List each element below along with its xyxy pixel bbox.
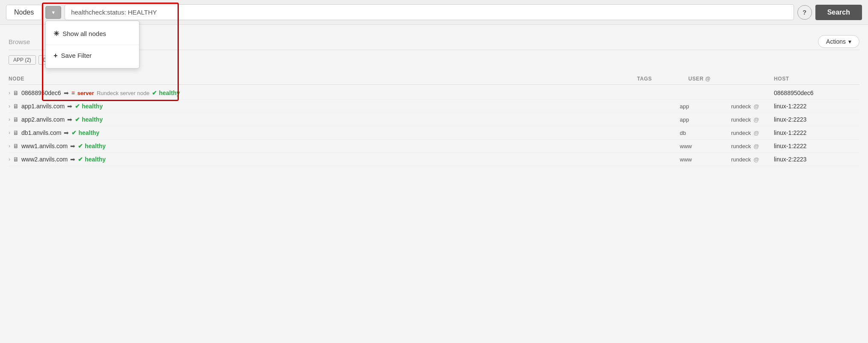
navigate-icon[interactable]: ➡	[64, 129, 69, 136]
navigate-icon[interactable]: ➡	[67, 116, 72, 123]
at-symbol: @	[753, 103, 759, 110]
host-value: linux-2:2223	[774, 156, 859, 163]
at-symbol: @	[753, 130, 759, 136]
node-name[interactable]: app1.anvils.com	[21, 103, 65, 110]
node-name-cell: › 🖥 app1.anvils.com ➡ ✔ healthy	[9, 103, 680, 110]
header-host: HOST	[774, 76, 859, 82]
healthy-status: ✔ healthy	[75, 103, 103, 110]
nodes-label: Nodes	[6, 5, 42, 20]
dropdown-arrow-icon: ▼	[51, 10, 56, 15]
node-server-icon: 🖥	[13, 116, 19, 123]
help-button[interactable]: ?	[797, 5, 812, 20]
healthy-status: ✔ healthy	[78, 143, 106, 149]
host-value: linux-1:2222	[774, 143, 859, 149]
actions-arrow-icon: ▾	[848, 38, 851, 45]
expand-icon[interactable]: ›	[9, 116, 10, 122]
user-value: rundeck	[731, 156, 751, 163]
check-icon: ✔	[152, 89, 157, 96]
table-row: › 🖥 db1.anvils.com ➡ ✔ healthy db rundec…	[9, 126, 859, 140]
user-host-cell: rundeck @	[731, 143, 774, 149]
dropdown-divider	[46, 45, 139, 45]
table-row: › 🖥 www1.anvils.com ➡ ✔ healthy www rund…	[9, 140, 859, 153]
navigate-icon[interactable]: ➡	[70, 143, 75, 149]
user-host-cell: rundeck @	[731, 116, 774, 123]
navigate-icon[interactable]: ➡	[64, 89, 69, 96]
node-server-icon: 🖥	[13, 143, 19, 149]
check-icon: ✔	[71, 129, 77, 136]
host-value: linux-1:2222	[774, 103, 859, 110]
header-node: NODE	[9, 76, 637, 82]
at-symbol: @	[753, 156, 759, 163]
node-server-icon: 🖥	[13, 129, 19, 136]
dropdown-menu: ✳ Show all nodes + Save Filter	[45, 21, 139, 69]
healthy-status: ✔ healthy	[71, 129, 99, 136]
expand-icon[interactable]: ›	[9, 90, 10, 96]
host-value: linux-2:2223	[774, 116, 859, 123]
tag-value: app	[680, 116, 731, 123]
filter-dropdown-button[interactable]: ▼	[45, 6, 61, 19]
node-name[interactable]: db1.anvils.com	[21, 129, 61, 136]
navigate-icon[interactable]: ➡	[70, 156, 75, 163]
server-badge: server	[77, 90, 94, 96]
expand-icon[interactable]: ›	[9, 103, 10, 109]
node-server-icon: 🖥	[13, 103, 19, 110]
table-row: › 🖥 app1.anvils.com ➡ ✔ healthy app rund…	[9, 100, 859, 113]
user-value: rundeck	[731, 116, 751, 123]
tag-value: db	[680, 130, 731, 136]
search-button[interactable]: Search	[815, 5, 862, 20]
node-name[interactable]: www1.anvils.com	[21, 143, 68, 149]
check-icon: ✔	[78, 143, 83, 149]
dropdown-wrapper: ▼ ✳ Show all nodes + Save Filter	[45, 6, 61, 19]
user-host-cell: rundeck @	[731, 156, 774, 163]
browse-label: Browse	[9, 38, 30, 45]
expand-icon[interactable]: ›	[9, 130, 10, 136]
tag-value: www	[680, 156, 731, 163]
node-description: Rundeck server node	[97, 90, 150, 96]
table-row: › 🖥 www2.anvils.com ➡ ✔ healthy www rund…	[9, 153, 859, 166]
tag-value: app	[680, 103, 731, 110]
node-name[interactable]: 08688950dec6	[21, 89, 61, 96]
top-bar: Nodes ▼ ✳ Show all nodes + Save Filter ?…	[0, 0, 868, 25]
header-user: USER @	[688, 76, 774, 82]
host-value: linux-1:2222	[774, 129, 859, 136]
healthy-status: ✔ healthy	[75, 116, 103, 123]
navigate-icon[interactable]: ➡	[67, 103, 72, 110]
node-name[interactable]: www2.anvils.com	[21, 156, 68, 163]
node-name-cell: › 🖥 08688950dec6 ➡ ≡ server Rundeck serv…	[9, 89, 680, 96]
tag-value: www	[680, 143, 731, 149]
user-host-cell: rundeck @	[731, 130, 774, 136]
question-icon: ?	[803, 9, 806, 16]
healthy-status: ✔ healthy	[152, 89, 180, 96]
table-row: › 🖥 app2.anvils.com ➡ ✔ healthy app rund…	[9, 113, 859, 126]
at-symbol: @	[753, 116, 759, 123]
save-filter-item[interactable]: + Save Filter	[46, 47, 139, 65]
actions-label: Actions	[826, 38, 846, 45]
show-all-nodes-label: Show all nodes	[62, 30, 106, 37]
show-all-nodes-item[interactable]: ✳ Show all nodes	[46, 24, 139, 43]
tag-app[interactable]: APP (2)	[9, 55, 36, 65]
host-value: 08688950dec6	[774, 89, 859, 96]
user-host-cell: rundeck @	[731, 103, 774, 110]
node-name-cell: › 🖥 www1.anvils.com ➡ ✔ healthy	[9, 143, 680, 149]
header-tags: TAGS	[637, 76, 688, 82]
healthy-status: ✔ healthy	[78, 156, 106, 163]
user-value: rundeck	[731, 143, 751, 149]
node-table: NODE TAGS USER @ HOST › 🖥 08688950dec6 ➡…	[9, 73, 859, 166]
save-filter-label: Save Filter	[61, 52, 92, 59]
table-row: › 🖥 08688950dec6 ➡ ≡ server Rundeck serv…	[9, 86, 859, 100]
asterisk-icon: ✳	[53, 30, 59, 38]
node-name-cell: › 🖥 app2.anvils.com ➡ ✔ healthy	[9, 116, 680, 123]
expand-icon[interactable]: ›	[9, 143, 10, 149]
server-icon: ≡	[71, 89, 75, 96]
node-name-cell: › 🖥 www2.anvils.com ➡ ✔ healthy	[9, 156, 680, 163]
search-input[interactable]	[65, 4, 794, 20]
actions-button[interactable]: Actions ▾	[818, 35, 859, 48]
expand-icon[interactable]: ›	[9, 156, 10, 162]
check-icon: ✔	[75, 116, 80, 123]
node-name-cell: › 🖥 db1.anvils.com ➡ ✔ healthy	[9, 129, 680, 136]
node-name[interactable]: app2.anvils.com	[21, 116, 65, 123]
user-value: rundeck	[731, 103, 751, 110]
user-value: rundeck	[731, 130, 751, 136]
check-icon: ✔	[78, 156, 83, 163]
plus-icon: +	[53, 52, 57, 60]
